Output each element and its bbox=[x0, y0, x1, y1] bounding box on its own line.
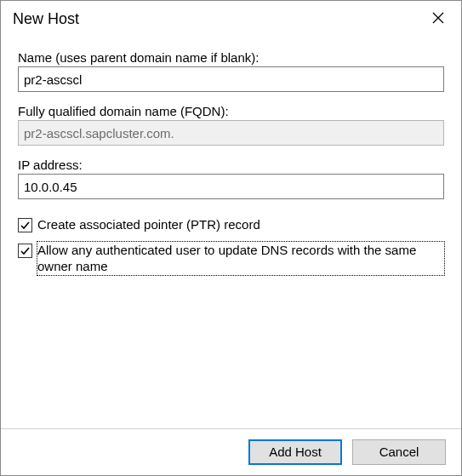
fqdn-group: Fully qualified domain name (FQDN): bbox=[18, 104, 444, 146]
checkmark-icon bbox=[20, 220, 31, 231]
add-host-button[interactable]: Add Host bbox=[248, 439, 342, 465]
ip-group: IP address: bbox=[18, 158, 444, 199]
ptr-check-row[interactable]: Create associated pointer (PTR) record bbox=[18, 216, 444, 233]
name-input[interactable] bbox=[18, 66, 444, 92]
titlebar: New Host bbox=[1, 1, 461, 37]
dialog-footer: Add Host Cancel bbox=[1, 428, 461, 475]
checkmark-icon bbox=[20, 245, 31, 256]
cancel-button[interactable]: Cancel bbox=[352, 439, 446, 465]
ip-label: IP address: bbox=[18, 158, 444, 172]
window-title: New Host bbox=[13, 10, 79, 28]
name-label: Name (uses parent domain name if blank): bbox=[18, 50, 444, 65]
allow-update-checkbox[interactable] bbox=[18, 244, 32, 258]
ptr-check-label: Create associated pointer (PTR) record bbox=[37, 216, 444, 233]
ip-input[interactable] bbox=[18, 174, 444, 199]
fqdn-label: Fully qualified domain name (FQDN): bbox=[18, 104, 444, 118]
dialog-content: Name (uses parent domain name if blank):… bbox=[1, 37, 461, 428]
fqdn-input bbox=[18, 120, 444, 146]
allow-update-check-row[interactable]: Allow any authenticated user to update D… bbox=[18, 242, 444, 275]
close-button[interactable] bbox=[424, 7, 453, 31]
close-icon bbox=[432, 12, 444, 26]
allow-update-check-label: Allow any authenticated user to update D… bbox=[37, 242, 444, 275]
ptr-checkbox[interactable] bbox=[18, 218, 32, 232]
name-group: Name (uses parent domain name if blank): bbox=[18, 50, 444, 92]
